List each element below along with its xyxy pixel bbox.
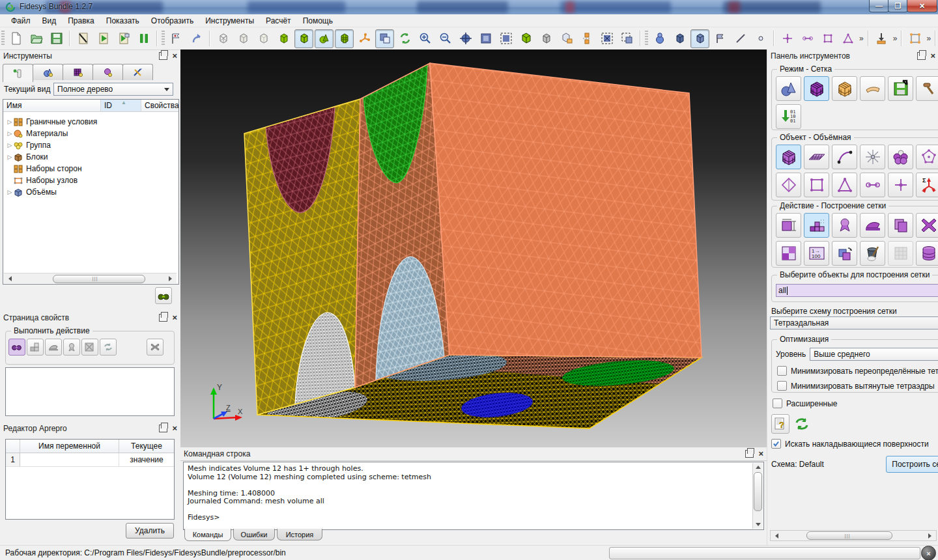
scheme-combo[interactable]: Тетраэдальная [770,316,938,329]
tree-item-blocks[interactable]: ▷Блоки [3,151,178,163]
menu-tools[interactable]: Инструменты [199,15,260,27]
checkbox-checked[interactable] [771,439,781,449]
action-cancel-button[interactable] [147,339,163,356]
view-mesh-button[interactable] [335,29,354,48]
action-delete-button[interactable] [916,213,938,238]
split-bars-button[interactable] [577,29,596,48]
menu-calc[interactable]: Расчёт [260,15,297,27]
edge-purple-button[interactable] [798,29,817,48]
property-value-box[interactable] [5,367,175,416]
tab-errors[interactable]: Ошибки [233,529,275,540]
checkbox-unchecked[interactable] [773,399,782,408]
open-button[interactable] [27,29,46,48]
menu-edit[interactable]: Правка [62,15,100,27]
panel-horizontal-scrollbar[interactable]: ||| [770,530,937,541]
mode-hex-button[interactable] [832,76,857,101]
view-transparent-button[interactable] [254,29,273,48]
action-quality-button[interactable] [832,213,857,238]
action-cleanup-button[interactable] [860,241,885,266]
search-tree-button[interactable] [155,287,172,304]
tree-item-sidesets[interactable]: Наборы сторон [3,163,178,175]
minimize-button[interactable]: — [869,0,889,12]
column-header-props[interactable]: Свойства [141,100,178,111]
mode-import-button[interactable] [888,76,913,101]
tree-item-boundary-conditions[interactable]: ▷Граничные условия [3,116,178,128]
restore-button[interactable]: ❒ [888,0,908,12]
view-solid-button[interactable] [274,29,293,48]
gray-cube-view-button[interactable] [537,29,556,48]
advanced-row[interactable]: Расширенные [773,399,838,408]
viewport-3d[interactable]: Y Z X [180,49,767,447]
view-smooth-shade-button[interactable] [315,29,334,48]
reset-scheme-icon[interactable] [795,417,809,430]
iso-cube-button[interactable] [670,29,689,48]
close-dock-button[interactable] [930,53,935,59]
float-dock-button[interactable] [745,450,754,458]
object-volume-button[interactable] [776,145,801,169]
more-frame-button[interactable] [925,34,932,43]
aprepro-table[interactable]: Имя переменной Текущее значение 1 [5,439,175,520]
more-measure-button[interactable] [892,34,899,43]
overlap-row[interactable]: Искать накладывающиеся поверхности [771,439,929,449]
action-layers-button[interactable] [916,241,938,266]
console-vertical-scrollbar[interactable] [752,463,763,529]
action-quality-button[interactable] [63,339,80,356]
aprepro-name-cell[interactable] [20,453,119,467]
close-dock-button[interactable] [172,53,177,59]
corner-surface-button[interactable] [557,29,576,48]
help-button[interactable]: ? [771,414,789,434]
menu-file[interactable]: Файл [5,15,36,27]
view-solid-edges-button[interactable] [294,29,313,48]
object-polyhedron-button[interactable] [916,145,938,169]
current-view-combo[interactable]: Полное дерево [53,83,173,96]
perspective-view-button[interactable] [517,29,535,48]
select-mode-button[interactable] [375,29,394,48]
mode-hammer-button[interactable] [916,76,938,101]
view-wireframe-button[interactable] [214,29,233,48]
column-header-id[interactable]: ID▲ [101,100,141,111]
aprepro-value-cell[interactable] [119,453,174,467]
cancel-task-button[interactable]: × [921,546,936,560]
zoom-selection-button[interactable] [456,29,475,48]
build-mesh-button[interactable]: Построить сетку [886,456,938,473]
object-vertex-button[interactable] [860,145,885,169]
title-bar[interactable]: Fidesys Bundle 1.2.7 — ❒ ✕ [0,0,938,14]
element-edge-button[interactable] [860,173,885,197]
mode-export-mesh-button[interactable]: 011001 [776,104,801,129]
plane-flag-button[interactable] [711,29,730,48]
action-quarter-button[interactable] [776,241,801,266]
float-dock-button[interactable] [159,425,167,432]
console-output[interactable]: Mesh indicates Volume 12 has 1+ through … [183,462,764,530]
smooth-body-button[interactable] [650,29,669,48]
mode-sheet-button[interactable] [860,76,885,101]
tri-purple-button[interactable] [838,29,857,48]
play-journal-export-button[interactable] [114,29,133,48]
tree-item-materials[interactable]: ▷Материалы [3,128,178,139]
action-grid-button[interactable] [888,241,913,266]
mode-geometry-button[interactable] [776,76,801,101]
view-hidden-line-button[interactable] [234,29,253,48]
aprepro-col-name[interactable]: Имя переменной [20,440,119,453]
face-purple-button[interactable] [818,29,837,48]
menu-show[interactable]: Показать [100,15,145,27]
iso-cube-pressed-button[interactable] [690,29,709,48]
column-header-name[interactable]: Имя [3,100,101,111]
tab-tools-misc[interactable] [122,64,153,80]
close-dock-button[interactable] [172,425,177,432]
action-grid-button[interactable] [27,339,44,356]
more-tools-button[interactable] [858,34,865,43]
object-curve-button[interactable] [832,145,857,169]
menu-view[interactable]: Вид [36,15,63,27]
tab-geometry[interactable] [33,64,63,80]
element-face-button[interactable] [804,173,829,197]
element-hex-button[interactable] [776,173,801,197]
action-copy-button[interactable] [888,213,913,238]
tree-item-group[interactable]: ▷Группа [3,139,178,151]
tab-history[interactable]: История [277,529,322,540]
tree-item-nodesets[interactable]: Наборы узлов [3,175,178,186]
close-button[interactable]: ✕ [907,0,937,12]
checkbox-unchecked[interactable] [777,366,787,376]
save-button[interactable] [47,29,66,48]
play-journal-button[interactable] [94,29,113,48]
undo-button[interactable] [187,29,206,48]
